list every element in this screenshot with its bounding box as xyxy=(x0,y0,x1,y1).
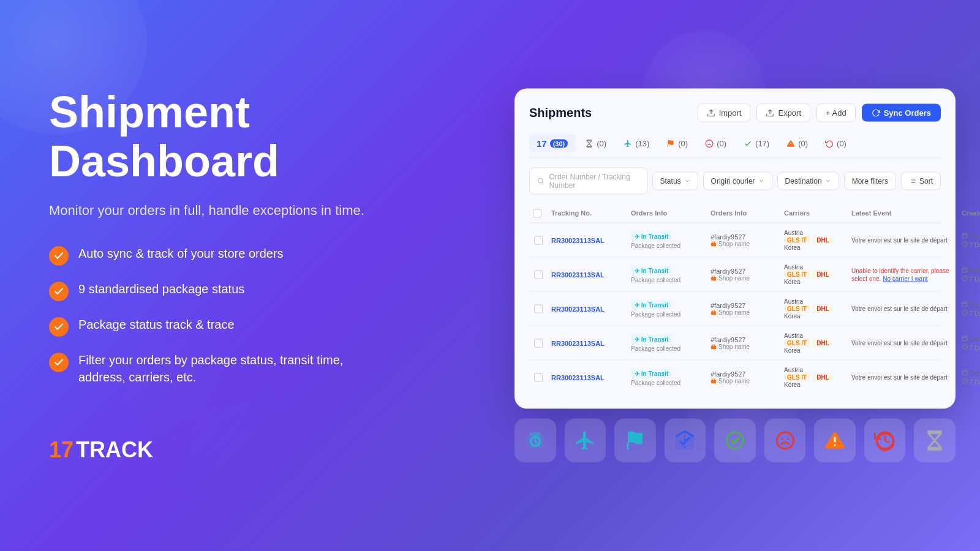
th-created-transit: Created & Transit time xyxy=(958,209,980,218)
tab-face[interactable]: (0) xyxy=(698,135,734,152)
tab-flag[interactable]: (0) xyxy=(659,135,695,152)
carrier-dhl-tag: DHL xyxy=(813,339,832,347)
row-checkbox[interactable] xyxy=(529,373,548,381)
warning-triangle-icon xyxy=(824,430,846,452)
tab-hourglass-count: (0) xyxy=(597,139,606,148)
list-item: Auto sync & track of your store orders xyxy=(49,245,392,266)
clock-icon xyxy=(962,343,968,350)
svg-rect-29 xyxy=(962,302,967,307)
flag-icon xyxy=(624,430,646,452)
latest-event: Votre envoi est sur le site de départ xyxy=(848,305,958,313)
row-checkbox[interactable] xyxy=(529,236,548,244)
row-checkbox[interactable] xyxy=(529,304,548,313)
airplane-icon xyxy=(574,430,596,452)
sync-button[interactable]: Sync Orders xyxy=(862,104,941,122)
shop-icon xyxy=(710,343,717,350)
carriers-cell: Austria GLS IT DHL Korea xyxy=(780,367,848,388)
filter-bar: Order Number / Tracking Number Status Or… xyxy=(529,168,941,195)
icon-warning-box[interactable] xyxy=(814,419,856,463)
tracking-number: RR30023113SAL xyxy=(548,305,627,312)
export-button[interactable]: Export xyxy=(756,103,810,122)
tab-face-count: (0) xyxy=(717,139,726,148)
check-circle-icon xyxy=(49,353,69,372)
row-checkbox[interactable] xyxy=(529,339,548,347)
svg-point-55 xyxy=(787,438,789,440)
tab-plane-count: (13) xyxy=(635,139,649,148)
logo: 17 TRACK xyxy=(49,437,392,463)
created-transit: Oct 13, 2021 01:14 7 Day(s) xyxy=(958,335,980,351)
tracking-number: RR30023113SAL xyxy=(548,339,627,347)
svg-rect-28 xyxy=(711,311,716,315)
add-button[interactable]: + Add xyxy=(816,103,856,122)
icon-flag-box[interactable] xyxy=(614,419,656,463)
orders-info-order: #fardiy9527 Shop name xyxy=(707,336,780,350)
dashboard-header: Shipments Import Export xyxy=(529,103,941,122)
status-badge: ✈ In Transit xyxy=(631,231,672,241)
calendar-icon xyxy=(962,301,968,307)
tab-bar: 17 (30) (0) (13) xyxy=(529,135,941,158)
dashboard-title: Shipments xyxy=(529,106,592,120)
svg-point-57 xyxy=(834,444,836,446)
sync-label: Sync Orders xyxy=(884,108,931,118)
th-checkbox xyxy=(529,209,548,218)
status-filter[interactable]: Status xyxy=(652,172,698,190)
tracking-number: RR30023113SAL xyxy=(548,373,627,381)
tab-hourglass[interactable]: (0) xyxy=(578,135,614,152)
icon-delivered-box[interactable] xyxy=(665,419,706,463)
svg-rect-23 xyxy=(962,268,967,272)
th-carriers: Carriers xyxy=(780,209,848,218)
svg-rect-35 xyxy=(962,336,967,341)
orders-info-order: #fardiy9527 Shop name xyxy=(707,268,780,282)
destination-label: Destination xyxy=(785,177,822,186)
carrier-dhl-tag: DHL xyxy=(813,305,832,313)
shop-icon xyxy=(710,309,717,315)
tab-delivered[interactable]: (17) xyxy=(736,135,777,152)
svg-rect-41 xyxy=(962,370,967,375)
clock-icon xyxy=(962,309,968,315)
tab-history[interactable]: (0) xyxy=(818,135,854,152)
carrier-gls-tag: GLS IT xyxy=(784,236,810,244)
search-box[interactable]: Order Number / Tracking Number xyxy=(529,168,647,195)
carrier-gls-tag: GLS IT xyxy=(784,373,810,381)
feature-list: Auto sync & track of your store orders 9… xyxy=(49,245,392,400)
logo-text: TRACK xyxy=(76,437,153,463)
sad-face-icon xyxy=(774,430,796,452)
carrier-gls-tag: GLS IT xyxy=(784,305,810,313)
sort-button[interactable]: Sort xyxy=(901,172,941,190)
origin-courier-filter[interactable]: Origin courier xyxy=(703,172,772,190)
tab-all-count: (30) xyxy=(550,139,568,148)
row-checkbox[interactable] xyxy=(529,270,548,279)
icon-sad-face-box[interactable] xyxy=(764,419,806,463)
icon-clock-box[interactable] xyxy=(514,419,556,463)
carrier-link[interactable]: No carrier I want xyxy=(883,275,927,282)
tab-warning[interactable]: (0) xyxy=(779,135,815,152)
orders-info-status: ✈ In Transit Package collected xyxy=(627,369,707,386)
calendar-icon xyxy=(962,335,968,341)
status-badge: ✈ In Transit xyxy=(631,266,672,275)
carrier-dhl-tag: DHL xyxy=(813,271,832,279)
tab-all-label: 17 xyxy=(537,138,547,149)
tab-all[interactable]: 17 (30) xyxy=(529,135,575,152)
tracking-number: RR30023113SAL xyxy=(548,271,627,278)
import-label: Import xyxy=(719,108,742,118)
more-filters-button[interactable]: More filters xyxy=(844,172,896,190)
icon-check-box[interactable] xyxy=(714,419,756,463)
th-orders-info-2: Orders Info xyxy=(707,209,780,218)
check-circle-icon xyxy=(49,282,69,301)
destination-filter[interactable]: Destination xyxy=(777,172,839,190)
icon-plane-box[interactable] xyxy=(565,419,606,463)
import-button[interactable]: Import xyxy=(698,103,751,122)
table-row: RR30023113SAL ✈ In Transit Package colle… xyxy=(529,292,941,326)
icon-hourglass-box[interactable] xyxy=(914,419,956,463)
origin-courier-label: Origin courier xyxy=(711,177,755,186)
created-transit: Oct 13, 2021 01:14 7 Day(s) xyxy=(958,266,980,282)
feature-text-4: Filter your orders by package status, tr… xyxy=(78,351,392,386)
list-item: Filter your orders by package status, tr… xyxy=(49,351,392,386)
icon-history-box[interactable] xyxy=(864,419,906,463)
history-icon xyxy=(874,430,896,452)
check-circle-icon xyxy=(49,246,69,266)
sort-icon xyxy=(909,178,916,185)
bottom-icon-bar xyxy=(514,419,956,463)
calendar-icon xyxy=(962,266,968,272)
tab-plane[interactable]: (13) xyxy=(616,135,657,152)
